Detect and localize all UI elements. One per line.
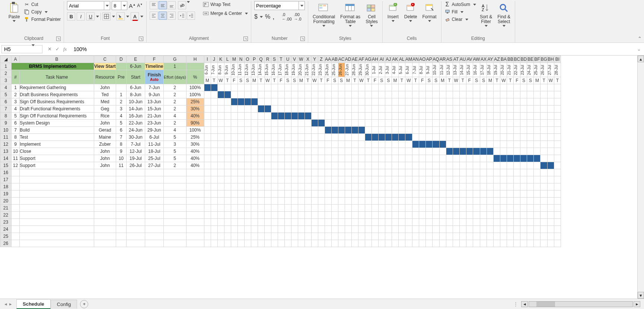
- cell[interactable]: [231, 205, 237, 212]
- gantt-cell[interactable]: [547, 148, 554, 155]
- gantt-cell[interactable]: [507, 113, 514, 120]
- cell[interactable]: [453, 233, 459, 240]
- gantt-cell[interactable]: [385, 98, 392, 105]
- row-header[interactable]: 7: [0, 105, 12, 113]
- cell[interactable]: [325, 233, 331, 240]
- gantt-cell[interactable]: [278, 148, 284, 155]
- collapse-ribbon-icon[interactable]: ⌃: [638, 36, 642, 41]
- cell[interactable]: [116, 183, 126, 190]
- cell[interactable]: [351, 226, 358, 233]
- chevron-down-icon[interactable]: [245, 13, 248, 15]
- gantt-cell[interactable]: [318, 105, 325, 113]
- gantt-cell[interactable]: [480, 155, 487, 162]
- gantt-cell[interactable]: [338, 141, 345, 148]
- horizontal-scrollbar[interactable]: ⋮ ◂ ▸: [513, 301, 644, 307]
- gantt-cell[interactable]: [358, 120, 365, 127]
- cell[interactable]: [480, 198, 487, 205]
- gantt-cell[interactable]: [554, 134, 561, 141]
- cell[interactable]: [372, 233, 378, 240]
- gantt-cell[interactable]: [224, 120, 231, 127]
- cell[interactable]: 100%: [186, 127, 204, 134]
- hscroll-thumb[interactable]: [536, 302, 555, 307]
- cell[interactable]: 3: [116, 105, 126, 113]
- gantt-cell[interactable]: [494, 113, 500, 120]
- number-format-input[interactable]: [254, 1, 299, 10]
- gantt-cell[interactable]: [365, 148, 372, 155]
- gantt-cell[interactable]: [298, 84, 305, 91]
- gantt-cell[interactable]: [405, 134, 412, 141]
- cell[interactable]: [520, 219, 527, 226]
- cell[interactable]: [358, 176, 365, 183]
- cell[interactable]: [392, 190, 398, 198]
- gantt-cell[interactable]: [204, 120, 211, 127]
- gantt-cell[interactable]: [385, 127, 392, 134]
- gantt-cell[interactable]: [271, 84, 278, 91]
- gantt-cell[interactable]: [258, 134, 264, 141]
- cell[interactable]: 21-Jun: [145, 113, 163, 120]
- gantt-cell[interactable]: [541, 84, 547, 91]
- gantt-cell[interactable]: [217, 141, 224, 148]
- cell[interactable]: 26-Jul: [126, 162, 145, 169]
- col-header[interactable]: AI: [378, 56, 385, 63]
- cell[interactable]: [365, 190, 372, 198]
- gantt-cell[interactable]: [385, 113, 392, 120]
- col-header[interactable]: AX: [480, 56, 487, 63]
- gantt-cell[interactable]: [392, 113, 398, 120]
- row-header[interactable]: 16: [0, 169, 12, 176]
- gantt-cell[interactable]: [372, 155, 378, 162]
- cell[interactable]: John: [94, 84, 116, 91]
- cell[interactable]: [520, 233, 527, 240]
- gantt-cell[interactable]: [204, 98, 211, 105]
- cell[interactable]: [480, 226, 487, 233]
- gantt-cell[interactable]: [412, 148, 419, 155]
- gantt-cell[interactable]: [392, 127, 398, 134]
- cell[interactable]: [271, 219, 278, 226]
- gantt-cell[interactable]: [231, 134, 237, 141]
- gantt-cell[interactable]: [494, 155, 500, 162]
- cell[interactable]: [358, 183, 365, 190]
- gantt-cell[interactable]: [507, 134, 514, 141]
- gantt-cell[interactable]: [264, 127, 271, 134]
- gantt-cell[interactable]: [284, 148, 291, 155]
- cell[interactable]: [534, 226, 541, 233]
- cell[interactable]: 8-Jun: [126, 91, 145, 98]
- gantt-cell[interactable]: [204, 105, 211, 113]
- cell[interactable]: [480, 212, 487, 219]
- cell[interactable]: [494, 183, 500, 190]
- gantt-cell[interactable]: [554, 148, 561, 155]
- gantt-cell[interactable]: [365, 84, 372, 91]
- vertical-scrollbar[interactable]: ▴ ▾: [637, 56, 644, 299]
- cell[interactable]: 40%: [186, 162, 204, 169]
- gantt-cell[interactable]: [439, 120, 446, 127]
- cell[interactable]: [331, 198, 338, 205]
- gantt-cell[interactable]: [284, 141, 291, 148]
- gantt-cell[interactable]: [378, 141, 385, 148]
- gantt-cell[interactable]: [527, 162, 534, 169]
- cell[interactable]: [520, 183, 527, 190]
- gantt-cell[interactable]: [466, 134, 473, 141]
- cell[interactable]: [433, 176, 439, 183]
- cell[interactable]: [311, 205, 318, 212]
- cell[interactable]: [514, 219, 520, 226]
- cell[interactable]: [459, 169, 466, 176]
- new-sheet-button[interactable]: +: [80, 300, 88, 308]
- cell[interactable]: [126, 233, 145, 240]
- col-header[interactable]: BF: [534, 56, 541, 63]
- gantt-cell[interactable]: [446, 127, 453, 134]
- gantt-cell[interactable]: [258, 98, 264, 105]
- cell[interactable]: [514, 190, 520, 198]
- select-all-button[interactable]: ◢: [0, 56, 12, 63]
- gantt-cell[interactable]: [453, 134, 459, 141]
- gantt-cell[interactable]: [419, 141, 425, 148]
- col-header[interactable]: Y: [311, 56, 318, 63]
- cell[interactable]: [398, 198, 405, 205]
- cell[interactable]: Maine: [94, 134, 116, 141]
- cell[interactable]: Geg: [94, 105, 116, 113]
- tab-nav-prev-icon[interactable]: ◂: [4, 301, 7, 307]
- gantt-cell[interactable]: [244, 98, 251, 105]
- gantt-cell[interactable]: [325, 148, 331, 155]
- cell[interactable]: [527, 240, 534, 247]
- gantt-cell[interactable]: [237, 84, 244, 91]
- cell[interactable]: [487, 240, 494, 247]
- gantt-cell[interactable]: [298, 134, 305, 141]
